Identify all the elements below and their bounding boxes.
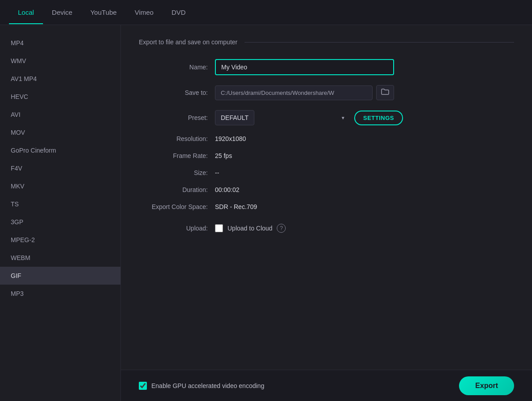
name-label: Name: (139, 64, 215, 71)
save-path-display: C:/Users/drami/Documents/Wondershare/W (215, 85, 373, 100)
color-space-label: Export Color Space: (139, 203, 215, 210)
save-to-row: Save to: C:/Users/drami/Documents/Wonder… (139, 85, 514, 100)
gpu-encoding-label: Enable GPU accelerated video encoding (151, 382, 264, 389)
name-input[interactable] (215, 59, 394, 75)
duration-label: Duration: (139, 186, 215, 193)
color-space-value: SDR - Rec.709 (215, 203, 257, 210)
settings-button[interactable]: SETTINGS (354, 111, 403, 125)
upload-row: Upload: Upload to Cloud ? (139, 224, 514, 233)
sidebar-item-3gp[interactable]: 3GP (0, 213, 120, 231)
duration-row: Duration: 00:00:02 (139, 186, 514, 193)
sidebar-item-mp3[interactable]: MP3 (0, 285, 120, 303)
save-to-label: Save to: (139, 89, 215, 96)
sidebar-item-mkv[interactable]: MKV (0, 177, 120, 195)
tab-youtube[interactable]: YouTube (82, 0, 126, 24)
footer-bar: Enable GPU accelerated video encoding Ex… (121, 370, 532, 401)
preset-select[interactable]: DEFAULT Custom (215, 110, 254, 125)
section-title: Export to file and save on computer (139, 38, 237, 46)
tab-local[interactable]: Local (9, 0, 43, 24)
size-row: Size: -- (139, 169, 514, 176)
upload-label: Upload: (139, 225, 215, 232)
gpu-encoding-checkbox[interactable] (139, 382, 147, 390)
frame-rate-row: Frame Rate: 25 fps (139, 152, 514, 159)
duration-value: 00:00:02 (215, 186, 240, 193)
sidebar-item-ts[interactable]: TS (0, 195, 120, 213)
export-button[interactable]: Export (459, 376, 514, 395)
frame-rate-value: 25 fps (215, 152, 232, 159)
preset-label: Preset: (139, 114, 215, 121)
size-value: -- (215, 169, 219, 176)
resolution-label: Resolution: (139, 135, 215, 142)
format-sidebar: MP4 WMV AV1 MP4 HEVC AVI MOV GoPro Cinef… (0, 25, 121, 401)
upload-to-cloud-checkbox[interactable] (215, 224, 223, 232)
export-content: Export to file and save on computer Name… (121, 25, 532, 401)
main-layout: MP4 WMV AV1 MP4 HEVC AVI MOV GoPro Cinef… (0, 25, 532, 401)
sidebar-item-gif[interactable]: GIF (0, 267, 120, 285)
name-row: Name: (139, 59, 514, 75)
sidebar-item-mov[interactable]: MOV (0, 124, 120, 141)
size-label: Size: (139, 169, 215, 176)
gpu-encoding-row: Enable GPU accelerated video encoding (139, 382, 264, 390)
tab-dvd[interactable]: DVD (163, 0, 195, 24)
section-header: Export to file and save on computer (139, 38, 514, 46)
resolution-value: 1920x1080 (215, 135, 246, 142)
resolution-row: Resolution: 1920x1080 (139, 135, 514, 142)
upload-to-cloud-label: Upload to Cloud (227, 225, 272, 232)
folder-icon (381, 89, 389, 95)
color-space-row: Export Color Space: SDR - Rec.709 (139, 203, 514, 210)
tab-vimeo[interactable]: Vimeo (126, 0, 163, 24)
preset-row: Preset: DEFAULT Custom SETTINGS (139, 110, 514, 125)
sidebar-item-gopro[interactable]: GoPro Cineform (0, 141, 120, 159)
sidebar-item-hevc[interactable]: HEVC (0, 88, 120, 106)
sidebar-item-webm[interactable]: WEBM (0, 249, 120, 267)
preset-select-wrapper: DEFAULT Custom (215, 110, 350, 125)
section-divider (245, 42, 514, 43)
sidebar-item-f4v[interactable]: F4V (0, 159, 120, 177)
upload-help-icon[interactable]: ? (277, 224, 286, 233)
browse-folder-button[interactable] (376, 85, 394, 100)
top-navigation: Local Device YouTube Vimeo DVD (0, 0, 532, 25)
sidebar-item-av1mp4[interactable]: AV1 MP4 (0, 70, 120, 88)
sidebar-item-wmv[interactable]: WMV (0, 52, 120, 70)
upload-content: Upload to Cloud ? (215, 224, 286, 233)
preset-controls: DEFAULT Custom SETTINGS (215, 110, 403, 125)
frame-rate-label: Frame Rate: (139, 152, 215, 159)
sidebar-item-mp4[interactable]: MP4 (0, 34, 120, 52)
sidebar-item-avi[interactable]: AVI (0, 106, 120, 124)
save-to-field: C:/Users/drami/Documents/Wondershare/W (215, 85, 394, 100)
tab-device[interactable]: Device (43, 0, 82, 24)
sidebar-item-mpeg2[interactable]: MPEG-2 (0, 231, 120, 249)
